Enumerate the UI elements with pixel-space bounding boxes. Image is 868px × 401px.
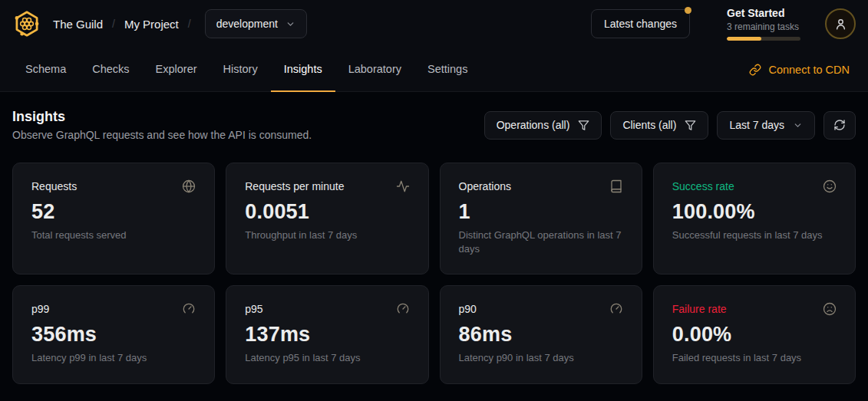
latest-changes-label: Latest changes [604,18,677,30]
card-description: Successful requests in last 7 days [672,228,837,242]
stat-card-requests: Requests 52 Total requests served [12,163,215,274]
stat-card-p90: p90 86ms Latency p90 in last 7 days [440,285,642,384]
tab-schema[interactable]: Schema [12,48,79,92]
hive-logo-icon[interactable] [12,9,41,38]
card-value: 0.00% [672,323,837,347]
gauge-icon [396,302,410,316]
card-value: 356ms [31,323,196,347]
card-description: Total requests served [31,228,196,242]
tab-laboratory[interactable]: Laboratory [335,48,414,92]
card-description: Throughput in last 7 days [245,228,409,242]
filter-funnel-icon [685,120,696,131]
filters-toolbar: Operations (all) Clients (all) Last 7 da… [484,111,856,140]
main-content: Insights Observe GraphQL requests and se… [0,92,868,396]
stats-grid: Requests 52 Total requests served Reques… [12,163,856,384]
get-started-widget[interactable]: Get Started 3 remaining tasks [727,7,804,41]
tab-settings[interactable]: Settings [414,48,480,92]
stat-card-rpm: Requests per minute 0.0051 Throughput in… [226,163,428,274]
card-title: p90 [459,303,477,315]
page-title: Insights [12,109,312,125]
stat-card-success-rate: Success rate 100.00% Successful requests… [653,163,856,274]
gauge-icon [182,302,196,316]
clients-filter-label: Clients (all) [622,119,676,131]
main-nav: Schema Checks Explorer History Insights … [0,48,868,92]
person-icon [833,17,848,31]
page-subtitle: Observe GraphQL requests and see how the… [12,129,312,141]
card-description: Latency p90 in last 7 days [459,351,623,365]
card-title: Requests per minute [245,180,344,192]
chevron-down-icon [285,19,295,29]
target-selector[interactable]: development [205,9,307,38]
stat-card-p95: p95 137ms Latency p95 in last 7 days [226,285,428,384]
get-started-title: Get Started [727,7,804,21]
card-value: 52 [31,200,196,224]
breadcrumb-separator: / [188,18,191,30]
stat-card-p99: p99 356ms Latency p99 in last 7 days [12,285,215,384]
chevron-down-icon [793,120,803,130]
smile-icon [823,179,837,193]
get-started-progressbar [727,37,800,41]
operations-filter-label: Operations (all) [497,119,570,131]
card-description: Failed requests in last 7 days [672,351,837,365]
latest-changes-button[interactable]: Latest changes [591,9,690,38]
breadcrumb-project[interactable]: My Project [124,18,179,31]
user-avatar[interactable] [825,8,856,39]
card-value: 86ms [459,323,623,347]
breadcrumb-org[interactable]: The Guild [53,18,103,31]
card-value: 1 [459,200,623,224]
card-title: p99 [31,303,49,315]
activity-icon [396,179,410,193]
card-title: Requests [31,180,77,192]
card-title: Operations [459,180,511,192]
get-started-progress-fill [727,37,761,41]
card-description: Latency p95 in last 7 days [245,351,409,365]
stat-card-operations: Operations 1 Distinct GraphQL operations… [440,163,642,274]
refresh-button[interactable] [823,111,856,140]
connect-to-cdn-label: Connect to CDN [768,64,850,76]
link-icon [749,64,761,76]
card-description: Latency p99 in last 7 days [31,351,196,365]
tab-history[interactable]: History [210,48,271,92]
card-value: 0.0051 [245,200,409,224]
page-heading-block: Insights Observe GraphQL requests and se… [12,109,312,141]
gauge-icon [609,302,623,316]
get-started-subtitle: 3 remaining tasks [727,21,804,32]
book-icon [609,179,623,193]
clients-filter-button[interactable]: Clients (all) [610,111,708,140]
card-title: Failure rate [672,303,727,315]
date-range-button[interactable]: Last 7 days [717,111,815,140]
connect-to-cdn-link[interactable]: Connect to CDN [749,48,856,91]
globe-icon [182,179,196,193]
tab-insights[interactable]: Insights [271,48,335,92]
filter-funnel-icon [578,120,589,131]
card-title: p95 [245,303,262,315]
top-header: The Guild / My Project / development Lat… [0,0,868,48]
nav-spacer [480,48,749,91]
operations-filter-button[interactable]: Operations (all) [484,111,602,140]
breadcrumb-separator: / [112,18,115,30]
frown-icon [823,302,837,316]
target-selector-value: development [216,18,278,30]
tab-explorer[interactable]: Explorer [143,48,210,92]
stat-card-failure-rate: Failure rate 0.00% Failed requests in la… [653,285,856,384]
card-value: 100.00% [672,200,837,224]
card-description: Distinct GraphQL operations in last 7 da… [459,228,623,255]
card-title: Success rate [672,180,734,192]
tab-checks[interactable]: Checks [79,48,142,92]
card-value: 137ms [245,323,409,347]
date-range-label: Last 7 days [729,119,784,131]
notification-dot [685,7,691,14]
refresh-icon [833,119,846,131]
